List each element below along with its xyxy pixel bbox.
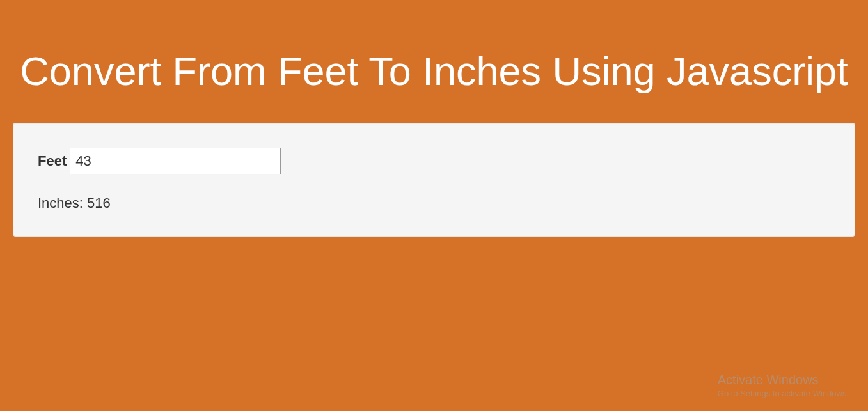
feet-label: Feet (38, 153, 67, 169)
windows-watermark: Activate Windows Go to Settings to activ… (718, 373, 849, 398)
page-title: Convert From Feet To Inches Using Javasc… (13, 48, 855, 94)
input-row: Feet (38, 148, 830, 174)
result-row: Inches: 516 (38, 195, 830, 212)
watermark-title: Activate Windows (718, 373, 849, 387)
converter-panel: Feet Inches: 516 (13, 123, 855, 237)
result-label: Inches: (38, 195, 83, 211)
watermark-subtitle: Go to Settings to activate Windows. (718, 389, 849, 398)
feet-input[interactable] (70, 148, 281, 174)
result-value: 516 (87, 195, 111, 211)
